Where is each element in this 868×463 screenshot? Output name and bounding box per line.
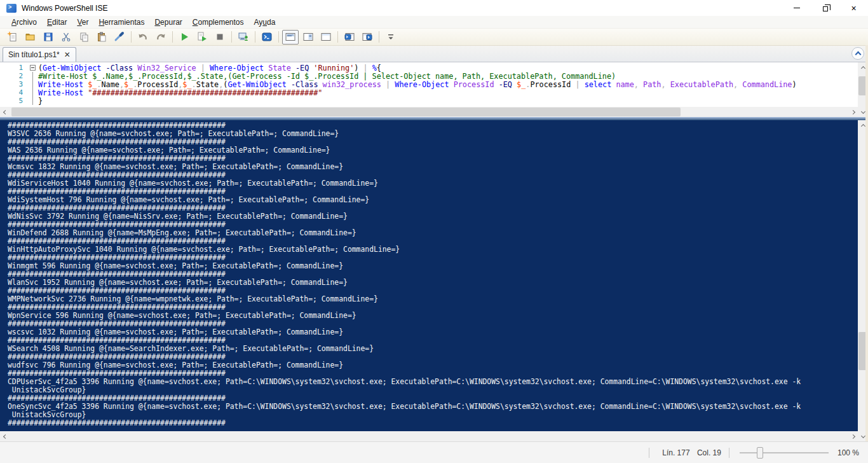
cursor-position: Lín. 177 Col. 19 (657, 448, 721, 457)
outlining-margin[interactable] (27, 80, 38, 88)
fold-guide-line (32, 97, 33, 105)
redo-icon[interactable] (153, 30, 169, 45)
outlining-margin[interactable] (27, 97, 38, 105)
close-icon: × (851, 4, 856, 13)
script-pane-top-icon[interactable] (282, 30, 299, 45)
minimize-icon (794, 8, 800, 8)
chevron-up-icon (855, 52, 861, 58)
copy-icon[interactable] (76, 30, 92, 45)
console-output[interactable]: ########################################… (0, 120, 858, 431)
show-script-pane-icon[interactable] (359, 30, 376, 45)
undo-icon[interactable] (135, 30, 151, 45)
code-text: #Write-Host $_.Name,$_.ProcessId,$_.Stat… (38, 72, 616, 81)
cut-icon[interactable] (58, 30, 74, 45)
console-line: ########################################… (8, 419, 858, 427)
console-pane: ########################################… (0, 120, 868, 441)
title-bar[interactable]: Windows PowerShell ISE × (0, 0, 868, 16)
console-line: OneSyncSvc_4f2a5 3396 Running @{name=svc… (8, 403, 858, 411)
window-title: Windows PowerShell ISE (22, 4, 107, 13)
line-number: 3 (0, 80, 27, 88)
toolbar-separator (131, 31, 132, 43)
scroll-right-arrow[interactable] (848, 431, 858, 441)
new-powershell-tab-icon[interactable] (341, 30, 358, 45)
menu-archivo[interactable]: Archivo (6, 17, 42, 28)
script-editor[interactable]: 1(Get-WmiObject -Class Win32_Service | W… (0, 62, 858, 107)
line-number: 2 (0, 72, 27, 80)
menu-herramientas[interactable]: Herramientas (93, 17, 149, 28)
console-line: CDPUserSvc_4f2a5 3396 Running @{name=svc… (8, 378, 858, 386)
code-text: Write-Host "############################… (38, 88, 322, 97)
tab-sin-titulo1[interactable]: Sin título1.ps1* ✕ (3, 47, 76, 62)
zoom-slider[interactable] (740, 447, 829, 459)
new-remote-powershell-tab-icon[interactable] (235, 30, 252, 45)
clear-console-icon[interactable] (111, 30, 128, 45)
fold-collapse-box[interactable] (30, 65, 36, 71)
tab-close-icon[interactable]: ✕ (64, 52, 71, 58)
chevron-up-icon (860, 123, 865, 128)
menu-complementos[interactable]: Complementos (187, 17, 249, 28)
outlining-margin[interactable] (27, 88, 38, 97)
menu-depurar[interactable]: Depurar (149, 17, 187, 28)
chevron-left-icon (3, 109, 7, 114)
console-horizontal-scrollbar[interactable] (0, 431, 858, 441)
menu-editar[interactable]: Editar (42, 17, 72, 28)
outlining-margin[interactable] (27, 64, 38, 72)
scroll-left-arrow[interactable] (0, 107, 10, 117)
chevron-down-icon (860, 109, 865, 113)
scroll-right-arrow[interactable] (848, 107, 858, 117)
chevron-up-icon (860, 66, 865, 70)
toolbar-separator (337, 31, 338, 43)
menu-ver[interactable]: Ver (72, 17, 93, 28)
new-script-icon[interactable] (4, 30, 21, 45)
fold-guide-line (32, 88, 33, 97)
statusbar-separator (729, 448, 729, 458)
zoom-level: 100 % (837, 448, 859, 457)
editor-line: 4Write-Host "###########################… (0, 88, 858, 97)
menu-ayuda[interactable]: Ayuda (249, 17, 281, 28)
status-bar: Lín. 177 Col. 19 100 % (0, 441, 868, 463)
zoom-slider-track[interactable] (740, 452, 829, 453)
script-pane-maximized-icon[interactable] (318, 30, 334, 45)
code-text: Write-Host $_.Name,$_.ProcessId,$_.State… (38, 80, 797, 89)
restore-button[interactable] (811, 0, 839, 16)
hide-script-pane-button[interactable] (851, 47, 864, 60)
start-powershell-icon[interactable] (259, 30, 275, 45)
minimize-button[interactable] (782, 0, 811, 16)
zoom-slider-thumb[interactable] (757, 447, 763, 459)
paste-icon[interactable] (93, 30, 110, 45)
toolbar-overflow-icon[interactable] (383, 30, 399, 45)
script-pane-right-icon[interactable] (300, 30, 316, 45)
menu-bar: ArchivoEditarVerHerramientasDepurarCompl… (0, 16, 868, 29)
code-text: } (38, 97, 43, 106)
close-button[interactable]: × (839, 0, 868, 16)
open-script-icon[interactable] (22, 30, 39, 45)
toolbar (0, 29, 868, 46)
toolbar-separator (379, 31, 379, 43)
run-script-icon[interactable] (176, 30, 193, 45)
save-script-icon[interactable] (40, 30, 57, 45)
run-selection-icon[interactable] (194, 30, 210, 45)
code-text: (Get-WmiObject -Class Win32_Service | Wh… (38, 64, 381, 73)
editor-horizontal-scrollbar[interactable] (0, 107, 858, 117)
toolbar-separator (172, 31, 173, 43)
toolbar-separator (278, 31, 279, 43)
line-number: 1 (0, 64, 27, 72)
right-edge-strip (865, 45, 868, 441)
line-indicator: Lín. 177 (662, 448, 689, 457)
powershell-ise-app-icon (6, 4, 17, 13)
script-pane: 1(Get-WmiObject -Class Win32_Service | W… (0, 62, 868, 117)
powershell-ise-window: Windows PowerShell ISE × ArchivoEditarVe… (0, 0, 868, 463)
editor-line: 2#Write-Host $_.Name,$_.ProcessId,$_.Sta… (0, 72, 858, 80)
stop-operation-icon[interactable] (212, 30, 228, 45)
outlining-margin[interactable] (27, 72, 38, 80)
editor-line: 3Write-Host $_.Name,$_.ProcessId,$_.Stat… (0, 80, 858, 88)
script-tab-bar: Sin título1.ps1* ✕ (0, 46, 868, 62)
statusbar-separator (649, 448, 649, 458)
chevron-right-icon (850, 434, 855, 438)
chevron-down-icon (860, 433, 865, 438)
scroll-left-arrow[interactable] (0, 431, 10, 441)
editor-hscroll-thumb[interactable] (11, 107, 681, 116)
chevron-right-icon (850, 109, 855, 114)
line-number: 5 (0, 97, 27, 105)
chevron-left-icon (3, 434, 7, 438)
